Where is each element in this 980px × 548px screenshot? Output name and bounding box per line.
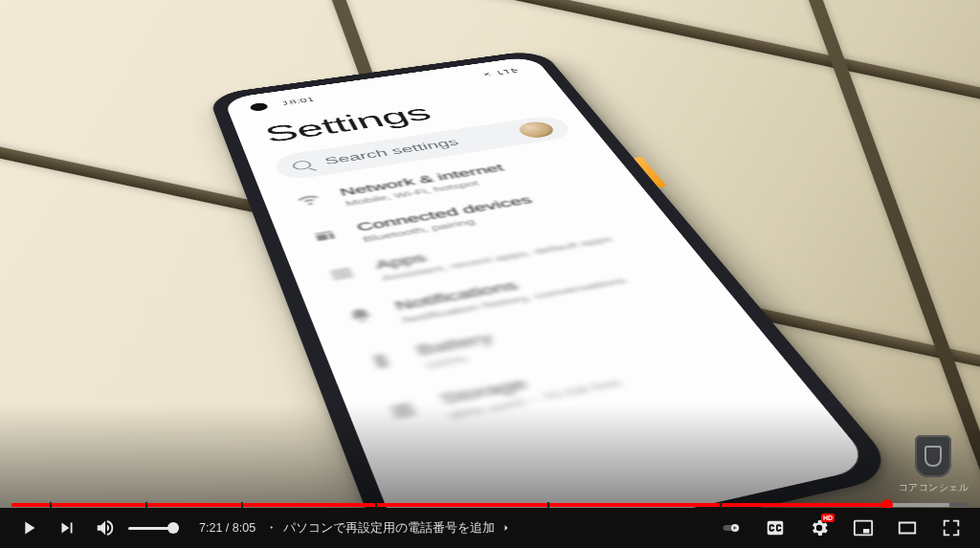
devices-icon (309, 227, 340, 244)
volume-slider[interactable] (128, 527, 178, 530)
next-button[interactable] (50, 511, 84, 545)
apps-icon (325, 265, 358, 283)
profile-avatar (515, 120, 558, 139)
chapter-bullet: ・ (265, 520, 278, 537)
phone-mockup: 18:01 ✕ LTE Settings Search settings (208, 49, 902, 548)
watermark-label: コアコンシェル (899, 481, 969, 494)
subtitles-button[interactable] (758, 511, 792, 545)
volume-slider-handle[interactable] (167, 522, 179, 534)
statusbar-time: 18:01 (280, 96, 315, 106)
mute-button[interactable] (88, 511, 122, 545)
wifi-icon (294, 192, 323, 208)
player-controls: 7:21 / 8:05 ・ パソコンで再設定用の電話番号を追加 HD (0, 508, 980, 548)
search-icon (291, 160, 313, 171)
video-frame[interactable]: 18:01 ✕ LTE Settings Search settings (0, 0, 980, 548)
settings-menu: Network & internetMobile, Wi-Fi, hotspot… (286, 144, 761, 442)
phone-body: 18:01 ✕ LTE Settings Search settings (208, 49, 902, 548)
duration: 8:05 (233, 521, 256, 535)
progress-played (11, 503, 887, 507)
miniplayer-button[interactable] (846, 511, 880, 545)
autoplay-toggle[interactable] (714, 511, 748, 545)
no-sim-icon: ✕ (480, 71, 493, 77)
battery-icon (364, 350, 399, 372)
video-player: 18:01 ✕ LTE Settings Search settings (0, 0, 980, 548)
settings-button[interactable]: HD (802, 511, 836, 545)
channel-watermark[interactable]: コアコンシェル (899, 435, 969, 494)
statusbar-network: LTE (496, 67, 522, 76)
chapter-button[interactable]: ・ パソコンで再設定用の電話番号を追加 (265, 520, 512, 537)
current-time: 7:21 (199, 521, 222, 535)
bell-icon (344, 306, 377, 326)
play-button[interactable] (11, 511, 46, 545)
phone-screen: 18:01 ✕ LTE Settings Search settings (223, 55, 874, 548)
fullscreen-button[interactable] (934, 511, 969, 545)
watermark-shield-icon (915, 435, 951, 477)
storage-icon (385, 399, 422, 423)
theater-mode-button[interactable] (890, 511, 924, 545)
chapter-title-text: パソコンで再設定用の電話番号を追加 (283, 520, 495, 537)
chevron-right-icon (501, 522, 512, 534)
hd-badge: HD (821, 514, 835, 522)
time-display: 7:21 / 8:05 (199, 521, 256, 535)
